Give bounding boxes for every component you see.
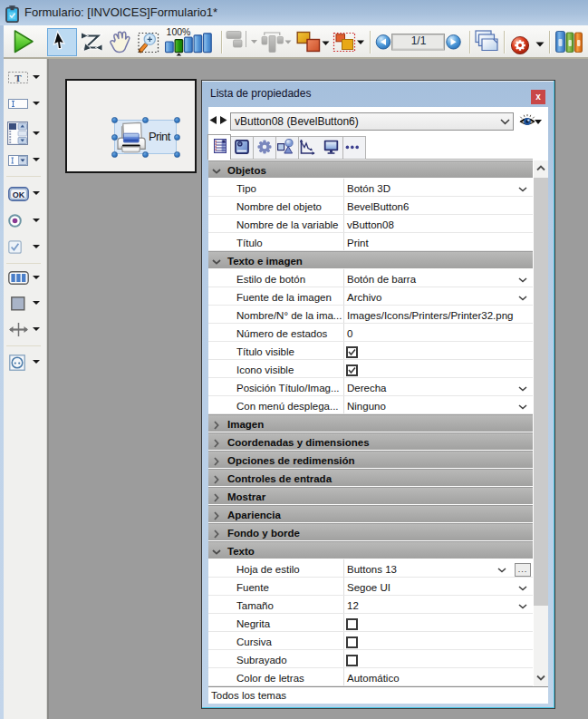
svg-text:T: T — [14, 73, 22, 83]
svg-text:OK: OK — [13, 190, 25, 199]
